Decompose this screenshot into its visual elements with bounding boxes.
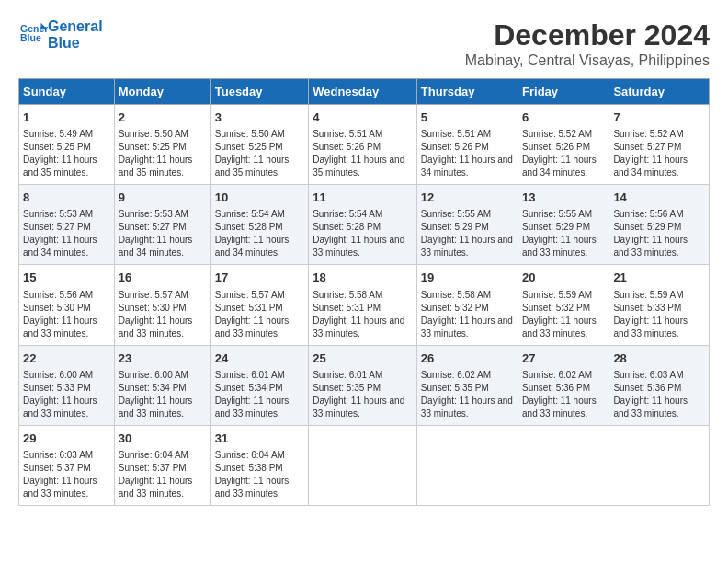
calendar-table: SundayMondayTuesdayWednesdayThursdayFrid… xyxy=(18,78,710,506)
day-number: 5 xyxy=(421,109,514,126)
day-number: 4 xyxy=(313,109,413,126)
day-number: 21 xyxy=(613,270,705,286)
calendar-cell: 28 Sunrise: 6:03 AM Sunset: 5:36 PM Dayl… xyxy=(609,345,710,425)
calendar-cell xyxy=(309,425,417,505)
day-header-sunday: Sunday xyxy=(19,79,115,105)
calendar-cell: 22 Sunrise: 6:00 AM Sunset: 5:33 PM Dayl… xyxy=(19,345,115,425)
day-info: Sunrise: 5:56 AM Sunset: 5:30 PM Dayligh… xyxy=(23,289,110,340)
calendar-cell: 8 Sunrise: 5:53 AM Sunset: 5:27 PM Dayli… xyxy=(19,185,115,265)
day-info: Sunrise: 5:51 AM Sunset: 5:26 PM Dayligh… xyxy=(313,128,413,179)
day-info: Sunrise: 5:54 AM Sunset: 5:28 PM Dayligh… xyxy=(215,208,304,259)
day-info: Sunrise: 5:57 AM Sunset: 5:30 PM Dayligh… xyxy=(119,289,207,340)
main-title: December 2024 xyxy=(465,18,710,52)
calendar-cell xyxy=(609,425,710,505)
calendar-cell: 23 Sunrise: 6:00 AM Sunset: 5:34 PM Dayl… xyxy=(114,345,210,425)
day-number: 1 xyxy=(23,109,110,126)
calendar-cell: 12 Sunrise: 5:55 AM Sunset: 5:29 PM Dayl… xyxy=(416,185,518,265)
day-info: Sunrise: 5:58 AM Sunset: 5:32 PM Dayligh… xyxy=(421,289,514,340)
day-info: Sunrise: 5:55 AM Sunset: 5:29 PM Dayligh… xyxy=(421,208,514,259)
header: General Blue General Blue December 2024 … xyxy=(18,18,710,69)
calendar-cell: 4 Sunrise: 5:51 AM Sunset: 5:26 PM Dayli… xyxy=(309,105,417,185)
calendar-cell: 20 Sunrise: 5:59 AM Sunset: 5:32 PM Dayl… xyxy=(518,265,609,345)
day-info: Sunrise: 5:57 AM Sunset: 5:31 PM Dayligh… xyxy=(215,289,304,340)
day-number: 17 xyxy=(215,270,304,286)
day-number: 24 xyxy=(215,350,304,367)
day-number: 2 xyxy=(119,109,207,126)
calendar-cell: 2 Sunrise: 5:50 AM Sunset: 5:25 PM Dayli… xyxy=(114,105,210,185)
day-number: 25 xyxy=(313,350,413,367)
calendar-cell: 13 Sunrise: 5:55 AM Sunset: 5:29 PM Dayl… xyxy=(518,185,609,265)
day-info: Sunrise: 5:52 AM Sunset: 5:27 PM Dayligh… xyxy=(613,128,705,179)
calendar-cell: 3 Sunrise: 5:50 AM Sunset: 5:25 PM Dayli… xyxy=(210,105,308,185)
day-number: 9 xyxy=(119,190,207,206)
calendar-week-2: 8 Sunrise: 5:53 AM Sunset: 5:27 PM Dayli… xyxy=(19,185,710,265)
calendar-cell: 25 Sunrise: 6:01 AM Sunset: 5:35 PM Dayl… xyxy=(309,345,417,425)
day-number: 7 xyxy=(613,109,705,126)
day-header-wednesday: Wednesday xyxy=(309,79,417,105)
day-info: Sunrise: 5:54 AM Sunset: 5:28 PM Dayligh… xyxy=(313,208,413,259)
day-info: Sunrise: 5:51 AM Sunset: 5:26 PM Dayligh… xyxy=(421,128,514,179)
calendar-cell: 29 Sunrise: 6:03 AM Sunset: 5:37 PM Dayl… xyxy=(19,425,115,505)
day-info: Sunrise: 5:53 AM Sunset: 5:27 PM Dayligh… xyxy=(119,208,207,259)
day-info: Sunrise: 6:02 AM Sunset: 5:36 PM Dayligh… xyxy=(522,369,605,420)
day-header-tuesday: Tuesday xyxy=(210,79,308,105)
calendar-cell: 24 Sunrise: 6:01 AM Sunset: 5:34 PM Dayl… xyxy=(210,345,308,425)
calendar-cell: 10 Sunrise: 5:54 AM Sunset: 5:28 PM Dayl… xyxy=(210,185,308,265)
calendar-cell: 6 Sunrise: 5:52 AM Sunset: 5:26 PM Dayli… xyxy=(518,105,609,185)
day-number: 10 xyxy=(215,190,304,206)
day-number: 20 xyxy=(522,270,605,286)
day-info: Sunrise: 5:53 AM Sunset: 5:27 PM Dayligh… xyxy=(23,208,110,259)
day-number: 26 xyxy=(421,350,514,367)
calendar-cell: 9 Sunrise: 5:53 AM Sunset: 5:27 PM Dayli… xyxy=(114,185,210,265)
day-info: Sunrise: 5:56 AM Sunset: 5:29 PM Dayligh… xyxy=(613,208,705,259)
calendar-cell: 26 Sunrise: 6:02 AM Sunset: 5:35 PM Dayl… xyxy=(416,345,518,425)
calendar-cell: 16 Sunrise: 5:57 AM Sunset: 5:30 PM Dayl… xyxy=(114,265,210,345)
day-info: Sunrise: 5:52 AM Sunset: 5:26 PM Dayligh… xyxy=(522,128,605,179)
day-number: 13 xyxy=(522,190,605,206)
day-info: Sunrise: 6:00 AM Sunset: 5:33 PM Dayligh… xyxy=(23,369,110,420)
calendar-cell xyxy=(416,425,518,505)
day-number: 15 xyxy=(23,270,110,286)
day-info: Sunrise: 6:00 AM Sunset: 5:34 PM Dayligh… xyxy=(119,369,207,420)
day-number: 23 xyxy=(119,350,207,367)
calendar-week-3: 15 Sunrise: 5:56 AM Sunset: 5:30 PM Dayl… xyxy=(19,265,710,345)
day-info: Sunrise: 5:58 AM Sunset: 5:31 PM Dayligh… xyxy=(313,289,413,340)
day-info: Sunrise: 5:49 AM Sunset: 5:25 PM Dayligh… xyxy=(23,128,110,179)
day-number: 16 xyxy=(119,270,207,286)
day-number: 12 xyxy=(421,190,514,206)
day-header-thursday: Thursday xyxy=(416,79,518,105)
day-number: 30 xyxy=(119,431,207,447)
day-header-saturday: Saturday xyxy=(609,79,710,105)
svg-text:Blue: Blue xyxy=(20,32,41,43)
calendar-cell: 19 Sunrise: 5:58 AM Sunset: 5:32 PM Dayl… xyxy=(416,265,518,345)
day-info: Sunrise: 6:04 AM Sunset: 5:38 PM Dayligh… xyxy=(215,449,304,500)
day-info: Sunrise: 5:55 AM Sunset: 5:29 PM Dayligh… xyxy=(522,208,605,259)
day-header-friday: Friday xyxy=(518,79,609,105)
calendar-cell: 7 Sunrise: 5:52 AM Sunset: 5:27 PM Dayli… xyxy=(609,105,710,185)
calendar-cell: 30 Sunrise: 6:04 AM Sunset: 5:37 PM Dayl… xyxy=(114,425,210,505)
day-info: Sunrise: 6:04 AM Sunset: 5:37 PM Dayligh… xyxy=(119,449,207,500)
logo-line1: General xyxy=(48,18,103,35)
day-number: 3 xyxy=(215,109,304,126)
calendar-cell: 15 Sunrise: 5:56 AM Sunset: 5:30 PM Dayl… xyxy=(19,265,115,345)
calendar-cell: 5 Sunrise: 5:51 AM Sunset: 5:26 PM Dayli… xyxy=(416,105,518,185)
day-info: Sunrise: 6:03 AM Sunset: 5:36 PM Dayligh… xyxy=(613,369,705,420)
day-number: 22 xyxy=(23,350,110,367)
day-info: Sunrise: 5:59 AM Sunset: 5:33 PM Dayligh… xyxy=(613,289,705,340)
subtitle: Mabinay, Central Visayas, Philippines xyxy=(465,52,710,69)
logo-line2: Blue xyxy=(48,35,103,52)
day-info: Sunrise: 6:01 AM Sunset: 5:35 PM Dayligh… xyxy=(313,369,413,420)
day-number: 28 xyxy=(613,350,705,367)
day-number: 19 xyxy=(421,270,514,286)
day-info: Sunrise: 6:03 AM Sunset: 5:37 PM Dayligh… xyxy=(23,449,110,500)
day-header-monday: Monday xyxy=(114,79,210,105)
day-number: 8 xyxy=(23,190,110,206)
calendar-cell: 17 Sunrise: 5:57 AM Sunset: 5:31 PM Dayl… xyxy=(210,265,308,345)
day-number: 27 xyxy=(522,350,605,367)
calendar-week-5: 29 Sunrise: 6:03 AM Sunset: 5:37 PM Dayl… xyxy=(19,425,710,505)
calendar-week-4: 22 Sunrise: 6:00 AM Sunset: 5:33 PM Dayl… xyxy=(19,345,710,425)
calendar-cell: 31 Sunrise: 6:04 AM Sunset: 5:38 PM Dayl… xyxy=(210,425,308,505)
day-info: Sunrise: 5:59 AM Sunset: 5:32 PM Dayligh… xyxy=(522,289,605,340)
day-number: 11 xyxy=(313,190,413,206)
calendar-cell: 27 Sunrise: 6:02 AM Sunset: 5:36 PM Dayl… xyxy=(518,345,609,425)
